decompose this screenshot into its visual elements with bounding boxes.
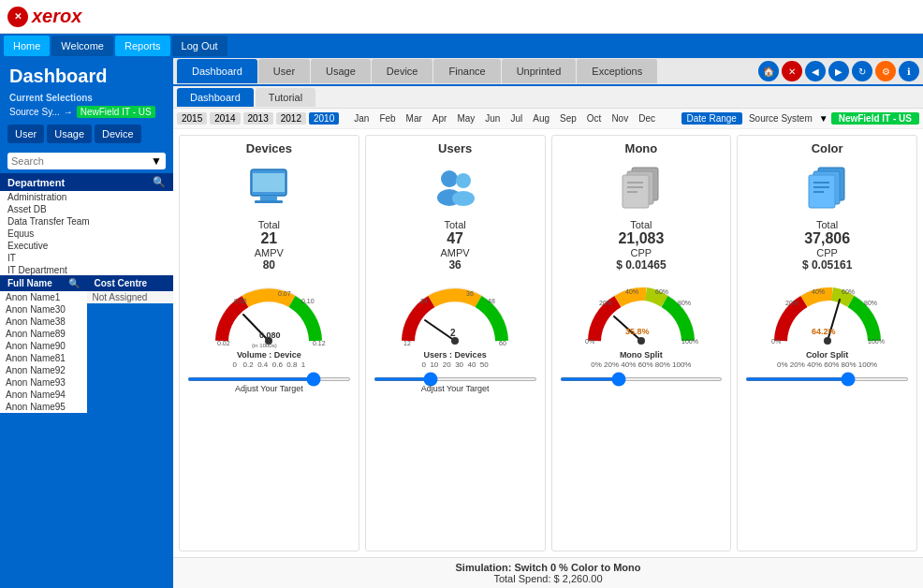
users-slider[interactable]: [374, 377, 537, 381]
list-item[interactable]: Asset DB: [0, 203, 173, 215]
color-slider-container[interactable]: [745, 371, 909, 384]
color-pct-scale: 0% 20% 40% 60% 80% 100%: [741, 360, 913, 369]
list-item[interactable]: Executive: [0, 240, 173, 252]
list-item[interactable]: Equus: [0, 228, 173, 240]
devices-total-value: 21: [260, 230, 277, 247]
color-split-gauge: 0% 20% 40% 60% 80% 100% 64.2% Color Spli…: [741, 275, 913, 384]
month-jul[interactable]: Jul: [506, 112, 526, 125]
month-jan[interactable]: Jan: [350, 112, 373, 125]
nav-home[interactable]: Home: [4, 36, 50, 56]
close-icon-circle[interactable]: ✕: [782, 61, 802, 81]
list-item[interactable]: Anon Name94: [0, 389, 87, 401]
mono-sub-value: $ 0.01465: [616, 258, 666, 272]
svg-text:0%: 0%: [585, 338, 594, 345]
year-2015[interactable]: 2015: [177, 112, 207, 125]
tab-finance[interactable]: Finance: [433, 59, 500, 83]
nav-welcome[interactable]: Welcome: [51, 36, 113, 56]
volume-scale: 0 0.2 0.4 0.6 0.8 1: [183, 360, 355, 369]
list-item[interactable]: Administration: [0, 191, 173, 203]
month-jun[interactable]: Jun: [481, 112, 504, 125]
list-item[interactable]: Anon Name92: [0, 364, 87, 376]
info-icon-circle[interactable]: ℹ: [899, 61, 919, 81]
tab-device[interactable]: Device: [372, 59, 433, 83]
svg-point-32: [637, 337, 645, 345]
month-mar[interactable]: Mar: [403, 112, 426, 125]
full-name-label: Full Name 🔍: [0, 275, 87, 291]
back-icon-circle[interactable]: ◀: [805, 61, 826, 81]
month-sep[interactable]: Sep: [556, 112, 580, 125]
refresh-icon-circle[interactable]: ↻: [852, 61, 872, 81]
color-total-label: Total: [816, 219, 838, 230]
nav-logout[interactable]: Log Out: [172, 36, 227, 56]
fullname-search-icon[interactable]: 🔍: [68, 278, 80, 288]
month-dec[interactable]: Dec: [635, 112, 659, 125]
list-item[interactable]: Anon Name1: [0, 291, 87, 303]
search-input[interactable]: [11, 155, 151, 167]
mono-slider[interactable]: [560, 377, 724, 381]
dashboard-content: Devices Total 21 AMPV 80: [173, 129, 923, 557]
department-search-icon[interactable]: 🔍: [153, 176, 166, 188]
svg-rect-3: [253, 173, 285, 192]
date-range-label[interactable]: Date Range: [681, 112, 742, 125]
list-item[interactable]: IT Department: [0, 264, 173, 275]
month-nov[interactable]: Nov: [608, 112, 632, 125]
list-item[interactable]: Anon Name95: [0, 401, 87, 413]
mono-total-label: Total: [630, 219, 652, 230]
month-may[interactable]: May: [453, 112, 478, 125]
tab-dashboard[interactable]: Dashboard: [177, 59, 257, 83]
list-item[interactable]: Anon Name90: [0, 340, 87, 352]
year-2010[interactable]: 2010: [309, 112, 339, 125]
settings-icon-circle[interactable]: ⚙: [875, 61, 896, 81]
month-feb[interactable]: Feb: [375, 112, 399, 125]
year-2013[interactable]: 2013: [243, 112, 273, 125]
svg-text:0.07: 0.07: [278, 290, 291, 297]
forward-icon-circle[interactable]: ▶: [828, 61, 849, 81]
sidebar-tab-user[interactable]: User: [7, 125, 44, 143]
mono-slider-container[interactable]: [560, 371, 724, 384]
simulation-total-spend: Total Spend: $ 2,260.00: [181, 573, 916, 584]
month-aug[interactable]: Aug: [529, 112, 553, 125]
users-slider-container[interactable]: [374, 371, 537, 384]
list-item[interactable]: Data Transfer Team: [0, 215, 173, 228]
list-item[interactable]: Anon Name38: [0, 316, 87, 328]
mono-pct-scale: 0% 20% 40% 60% 80% 100%: [556, 360, 727, 369]
search-box[interactable]: ▼: [7, 153, 166, 169]
year-2012[interactable]: 2012: [276, 112, 306, 125]
list-item[interactable]: Not Assigned: [87, 291, 174, 303]
color-slider[interactable]: [745, 377, 909, 381]
sub-tab-dashboard[interactable]: Dashboard: [177, 88, 254, 107]
list-item[interactable]: Anon Name81: [0, 352, 87, 364]
list-item[interactable]: Anon Name93: [0, 376, 87, 389]
volume-slider-container[interactable]: [187, 371, 351, 384]
year-2014[interactable]: 2014: [210, 112, 240, 125]
home-icon-circle[interactable]: 🏠: [758, 61, 779, 81]
tab-exceptions[interactable]: Exceptions: [577, 59, 657, 83]
users-devices-gauge: 12 24 36 48 60 2 Users : Devices 0 10 20…: [370, 275, 541, 393]
mono-split-label: Mono Split: [556, 350, 727, 360]
tab-usage[interactable]: Usage: [311, 59, 371, 83]
month-apr[interactable]: Apr: [429, 112, 451, 125]
sidebar-tab-usage[interactable]: Usage: [47, 125, 92, 143]
month-oct[interactable]: Oct: [583, 112, 606, 125]
list-item[interactable]: IT: [0, 252, 173, 264]
nav-reports[interactable]: Reports: [115, 36, 170, 56]
svg-text:(in 1000s): (in 1000s): [252, 343, 277, 348]
sidebar-tabs: User Usage Device: [0, 119, 173, 149]
search-dropdown-icon[interactable]: ▼: [151, 154, 162, 168]
new-field-badge: NewField IT - US: [831, 112, 919, 125]
svg-text:60: 60: [499, 340, 506, 346]
source-system-arrow: ▼: [819, 113, 828, 124]
list-item[interactable]: Anon Name89: [0, 328, 87, 340]
top-tabs: Dashboard User Usage Device Finance Unpr…: [173, 58, 923, 86]
sub-tab-tutorial[interactable]: Tutorial: [256, 88, 315, 107]
name-cost-section: Full Name 🔍 Anon Name1 Anon Name30 Anon …: [0, 275, 173, 413]
tab-user[interactable]: User: [258, 59, 310, 83]
users-card: Users Total 47 AMPV 36: [365, 135, 546, 551]
volume-device-label: Volume : Device: [183, 350, 355, 360]
volume-slider[interactable]: [187, 377, 351, 381]
sidebar-tab-device[interactable]: Device: [95, 125, 141, 143]
list-item[interactable]: Anon Name30: [0, 303, 87, 316]
sidebar: Dashboard Current Selections Source Sy..…: [0, 58, 173, 588]
tab-unprinted[interactable]: Unprinted: [502, 59, 577, 83]
cost-centre-col: Cost Centre Not Assigned: [87, 275, 174, 413]
